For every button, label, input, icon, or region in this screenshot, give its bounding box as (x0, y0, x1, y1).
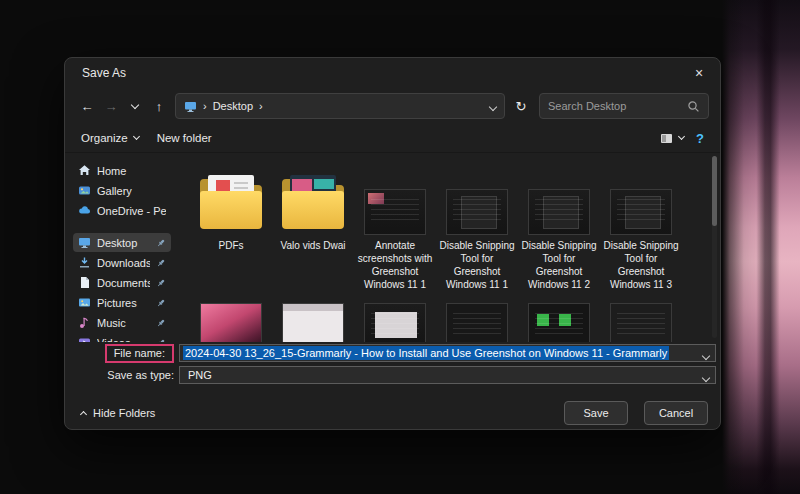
footer-buttons: Save Cancel (564, 401, 708, 425)
new-folder-label: New folder (157, 132, 212, 144)
file-name-dropdown-button[interactable] (703, 349, 709, 361)
sidebar-item-label: Home (97, 165, 166, 177)
organize-label: Organize (81, 132, 128, 144)
view-icon (660, 132, 673, 145)
desktop-background: Save As × ← → ↑ › Desktop › ↻ Search Des… (0, 0, 800, 494)
dialog-footer: Hide Folders Save Cancel (65, 396, 720, 430)
file-item-folder-valo[interactable]: Valo vids Dwai (273, 159, 353, 291)
save-as-dialog: Save As × ← → ↑ › Desktop › ↻ Search Des… (64, 57, 721, 430)
file-item-label: PDFs (191, 239, 271, 291)
file-name-row: File name: 2024-04-30 13_26_15-Grammarly… (65, 344, 720, 362)
dialog-titlebar: Save As × (65, 58, 720, 88)
refresh-button[interactable]: ↻ (509, 94, 533, 118)
file-item-document[interactable]: Disable Snipping Tool for Greenshot Wind… (601, 159, 681, 291)
breadcrumb-separator: › (203, 100, 207, 112)
file-grid: PDFs (191, 159, 720, 342)
hide-folders-button[interactable]: Hide Folders (77, 407, 155, 419)
file-thumbnail (364, 189, 426, 235)
back-button[interactable]: ← (75, 94, 99, 118)
chevron-down-icon (489, 103, 497, 111)
file-list-scrollbar[interactable] (712, 156, 717, 338)
toolbar-right-group: ? (660, 131, 704, 146)
file-thumbnail (610, 303, 672, 342)
search-placeholder: Search Desktop (548, 100, 687, 112)
documents-icon (78, 276, 91, 289)
file-item-partial[interactable] (191, 303, 271, 342)
file-item-partial[interactable] (273, 303, 353, 342)
view-options-button[interactable] (660, 132, 684, 145)
file-name-input[interactable]: 2024-04-30 13_26_15-Grammarly - How to I… (179, 344, 716, 362)
dialog-title: Save As (82, 66, 126, 80)
save-button[interactable]: Save (564, 401, 628, 425)
up-button[interactable]: ↑ (147, 94, 171, 118)
recent-locations-button[interactable] (123, 94, 147, 118)
organize-button[interactable]: Organize (81, 132, 139, 144)
videos-icon (78, 336, 91, 342)
address-dropdown-button[interactable] (490, 100, 496, 112)
search-icon (687, 100, 700, 113)
pictures-icon (78, 296, 91, 309)
sidebar-item-pictures[interactable]: Pictures (73, 293, 171, 312)
file-thumbnail (200, 303, 262, 342)
file-item-label: Disable Snipping Tool for Greenshot Wind… (519, 239, 599, 291)
sidebar-item-onedrive[interactable]: OneDrive - Person (73, 201, 171, 220)
music-icon (78, 316, 91, 329)
forward-button[interactable]: → (99, 94, 123, 118)
pin-icon (156, 278, 166, 288)
file-name-label-cell: File name: (65, 344, 179, 363)
new-folder-button[interactable]: New folder (157, 132, 212, 144)
sidebar-item-documents[interactable]: Documents (73, 273, 171, 292)
sidebar-item-videos[interactable]: Videos (73, 333, 171, 342)
pin-icon (156, 338, 166, 343)
file-item-partial[interactable] (355, 303, 435, 342)
file-item-folder-pdfs[interactable]: PDFs (191, 159, 271, 291)
cancel-button[interactable]: Cancel (644, 401, 708, 425)
file-item-label: Valo vids Dwai (273, 239, 353, 291)
save-as-type-label-cell: Save as type: (65, 369, 179, 381)
save-as-type-value: PNG (188, 369, 212, 381)
breadcrumb-separator: › (259, 100, 263, 112)
sidebar-item-label: Videos (97, 337, 150, 343)
sidebar-divider (73, 221, 171, 233)
breadcrumb-desktop[interactable]: Desktop (213, 100, 253, 112)
chevron-down-icon (133, 133, 140, 140)
close-button[interactable]: × (678, 59, 720, 88)
sidebar-item-home[interactable]: Home (73, 161, 171, 180)
wallpaper-shade (722, 0, 800, 494)
desktop-icon (78, 236, 91, 249)
desktop-location-icon (184, 100, 197, 113)
chevron-down-icon (678, 133, 685, 140)
chevron-up-icon (80, 411, 87, 418)
sidebar-item-label: Downloads (97, 257, 150, 269)
file-item-partial[interactable] (519, 303, 599, 342)
sidebar-item-label: Music (97, 317, 150, 329)
file-name-label: File name: (114, 347, 165, 359)
pin-icon (156, 298, 166, 308)
file-item-document[interactable]: Disable Snipping Tool for Greenshot Wind… (519, 159, 599, 291)
file-name-selected-text: 2024-04-30 13_26_15-Grammarly - How to I… (183, 346, 669, 360)
save-as-type-select[interactable]: PNG (179, 366, 716, 384)
search-box[interactable]: Search Desktop (539, 93, 709, 119)
hide-folders-label: Hide Folders (93, 407, 155, 419)
file-item-document[interactable]: Disable Snipping Tool for Greenshot Wind… (437, 159, 517, 291)
sidebar-item-label: Gallery (97, 185, 166, 197)
sidebar-item-music[interactable]: Music (73, 313, 171, 332)
sidebar-item-downloads[interactable]: Downloads (73, 253, 171, 272)
scrollbar-thumb[interactable] (712, 156, 717, 226)
folder-icon (278, 159, 348, 235)
file-item-document[interactable]: Annotate screenshots with Greenshot Wind… (355, 159, 435, 291)
folder-icon (196, 159, 266, 235)
sidebar-item-label: Desktop (97, 237, 150, 249)
file-item-partial[interactable] (437, 303, 517, 342)
save-as-type-label: Save as type: (107, 369, 174, 381)
help-button[interactable]: ? (696, 131, 704, 146)
file-thumbnail (446, 189, 508, 235)
thumbnail-area (446, 159, 508, 235)
file-thumbnail (528, 189, 590, 235)
file-item-partial[interactable] (601, 303, 681, 342)
address-bar[interactable]: › Desktop › (175, 93, 505, 119)
sidebar-item-gallery[interactable]: Gallery (73, 181, 171, 200)
save-as-type-dropdown-button[interactable] (703, 371, 709, 383)
file-thumbnail (610, 189, 672, 235)
sidebar-item-desktop[interactable]: Desktop (73, 233, 171, 252)
